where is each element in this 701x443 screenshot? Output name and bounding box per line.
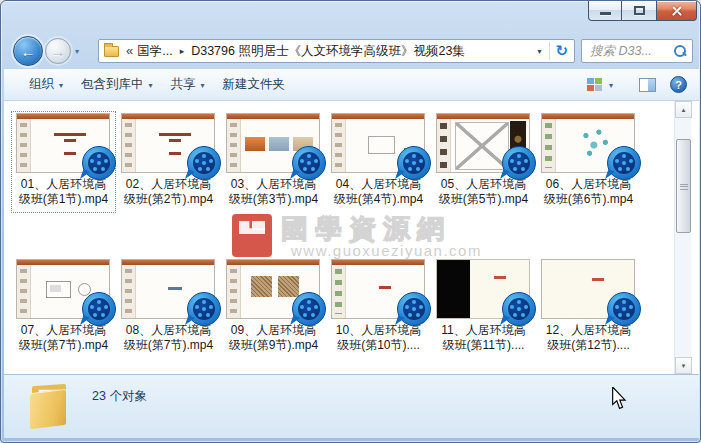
- file-tile[interactable]: 01、人居环境高 级班(第1节).mp4: [13, 113, 114, 211]
- file-tile[interactable]: 11、人居环境高 级班(第11节)....: [433, 259, 534, 357]
- file-name: 07、人居环境高 级班(第7节).mp4: [9, 323, 118, 353]
- video-thumbnail: [436, 259, 530, 319]
- seal-stamp-icon: [232, 214, 272, 257]
- share-label: 共享: [171, 76, 196, 93]
- item-count: 23 个对象: [92, 388, 147, 405]
- file-tile[interactable]: 09、人居环境高 级班(第9节).mp4: [223, 259, 324, 357]
- file-tile[interactable]: 05、人居环境高 级班(第5节).mp4: [433, 113, 534, 211]
- video-thumbnail: [226, 113, 320, 173]
- breadcrumb-separator-icon[interactable]: ▸: [173, 46, 192, 56]
- chevron-down-icon: ▾: [201, 79, 205, 90]
- address-dropdown-icon[interactable]: ▾: [529, 47, 549, 56]
- include-in-library-button[interactable]: 包含到库中 ▾: [72, 72, 162, 97]
- film-reel-icon: [187, 292, 221, 326]
- back-button[interactable]: ←: [13, 36, 43, 66]
- window-controls: [588, 1, 697, 21]
- search-icon[interactable]: [673, 44, 687, 58]
- file-name: 05、人居环境高 级班(第5节).mp4: [429, 177, 538, 207]
- film-reel-icon: [187, 146, 221, 180]
- file-name: 09、人居环境高 级班(第9节).mp4: [219, 323, 328, 353]
- forward-arrow-icon: →: [51, 44, 66, 59]
- vertical-scrollbar[interactable]: ▲ ▼: [674, 101, 691, 374]
- file-name: 11、人居环境高 级班(第11节)....: [429, 323, 538, 353]
- views-icon: [587, 78, 603, 92]
- scrollbar-thumb[interactable]: [676, 139, 691, 233]
- video-thumbnail: [436, 113, 530, 173]
- video-thumbnail: [541, 113, 635, 173]
- recent-pages-caret-icon[interactable]: ▾: [75, 47, 79, 56]
- breadcrumb-overflow-icon[interactable]: «: [124, 43, 137, 60]
- file-name: 12、人居环境高 级班(第12节)....: [534, 323, 643, 353]
- file-list: 國學資源網 www.guoxueziyuan.com ▲ ▼ 01、人居环境高 …: [4, 101, 699, 374]
- organize-button[interactable]: 组织 ▾: [20, 72, 72, 97]
- breadcrumb-current[interactable]: D33796 照明居士《人文环境学高级班》视频23集: [191, 43, 465, 60]
- forward-button[interactable]: →: [45, 38, 71, 64]
- chevron-down-icon: ▾: [59, 79, 63, 90]
- file-tile[interactable]: 12、人居环境高 级班(第12节)....: [538, 259, 639, 357]
- video-thumbnail: [226, 259, 320, 319]
- video-thumbnail: [331, 259, 425, 319]
- file-tile[interactable]: 06、人居环境高 级班(第6节).mp4: [538, 113, 639, 211]
- file-tile[interactable]: 02、人居环境高 级班(第2节).mp4: [118, 113, 219, 211]
- maximize-button[interactable]: [622, 1, 656, 21]
- chevron-down-icon: ▾: [149, 79, 153, 90]
- maximize-icon: [634, 6, 645, 15]
- file-tile[interactable]: 07、人居环境高 级班(第7节).mp4: [13, 259, 114, 357]
- scroll-down-icon: ▼: [681, 363, 687, 369]
- refresh-icon[interactable]: ↻: [550, 43, 574, 60]
- scroll-up-button[interactable]: ▲: [675, 101, 692, 118]
- breadcrumb-parent[interactable]: 国学...: [137, 43, 172, 60]
- film-reel-icon: [502, 292, 536, 326]
- file-name: 04、人居环境高 级班(第4节).mp4: [324, 177, 433, 207]
- folder-icon: [30, 383, 70, 428]
- film-reel-icon: [607, 146, 641, 180]
- file-name: 03、人居环境高 级班(第3节).mp4: [219, 177, 328, 207]
- film-reel-icon: [292, 146, 326, 180]
- file-tile[interactable]: 10、人居环境高 级班(第10节)....: [328, 259, 429, 357]
- film-reel-icon: [292, 292, 326, 326]
- back-arrow-icon: ←: [21, 44, 36, 59]
- details-pane: 23 个对象: [4, 374, 699, 438]
- file-name: 06、人居环境高 级班(第6节).mp4: [534, 177, 643, 207]
- file-name: 01、人居环境高 级班(第1节).mp4: [9, 177, 118, 207]
- share-button[interactable]: 共享 ▾: [162, 72, 214, 97]
- explorer-window: ← → ▾ « 国学... ▸ D33796 照明居士《人文环境学高级班》视频2…: [0, 0, 701, 443]
- video-thumbnail: [541, 259, 635, 319]
- scroll-up-icon: ▲: [681, 107, 687, 113]
- close-button[interactable]: [656, 1, 697, 21]
- video-thumbnail: [16, 259, 110, 319]
- command-bar: 组织 ▾ 包含到库中 ▾ 共享 ▾ 新建文件夹 ▾ ?: [4, 69, 699, 101]
- film-reel-icon: [607, 292, 641, 326]
- file-tile[interactable]: 08、人居环境高 级班(第7节).mp4: [118, 259, 219, 357]
- file-name: 10、人居环境高 级班(第10节)....: [324, 323, 433, 353]
- scroll-down-button[interactable]: ▼: [675, 357, 692, 374]
- chevron-down-icon: ▾: [609, 79, 613, 90]
- file-name: 08、人居环境高 级班(第7节).mp4: [114, 323, 223, 353]
- film-reel-icon: [82, 292, 116, 326]
- film-reel-icon: [502, 146, 536, 180]
- video-thumbnail: [121, 259, 215, 319]
- new-folder-button[interactable]: 新建文件夹: [214, 72, 295, 97]
- folder-icon: [104, 46, 119, 57]
- minimize-icon: [600, 12, 611, 15]
- file-name: 02、人居环境高 级班(第2节).mp4: [114, 177, 223, 207]
- organize-label: 组织: [29, 76, 54, 93]
- change-view-button[interactable]: ▾: [583, 75, 617, 95]
- address-bar[interactable]: « 国学... ▸ D33796 照明居士《人文环境学高级班》视频23集 ▾ ↻: [98, 39, 575, 63]
- search-box[interactable]: 搜索 D33...: [581, 39, 693, 63]
- film-reel-icon: [397, 146, 431, 180]
- video-thumbnail: [121, 113, 215, 173]
- video-thumbnail: [16, 113, 110, 173]
- film-reel-icon: [82, 146, 116, 180]
- film-reel-icon: [397, 292, 431, 326]
- file-tile[interactable]: 03、人居环境高 级班(第3节).mp4: [223, 113, 324, 211]
- watermark-site-url: www.guoxueziyuan.com: [291, 242, 482, 259]
- include-in-library-label: 包含到库中: [81, 76, 144, 93]
- help-icon[interactable]: ?: [670, 76, 687, 93]
- search-placeholder: 搜索 D33...: [582, 43, 652, 60]
- file-tile[interactable]: 04、人居环境高 级班(第4节).mp4: [328, 113, 429, 211]
- preview-pane-icon[interactable]: [639, 78, 656, 92]
- new-folder-label: 新建文件夹: [223, 76, 286, 93]
- video-thumbnail: [331, 113, 425, 173]
- minimize-button[interactable]: [588, 1, 622, 21]
